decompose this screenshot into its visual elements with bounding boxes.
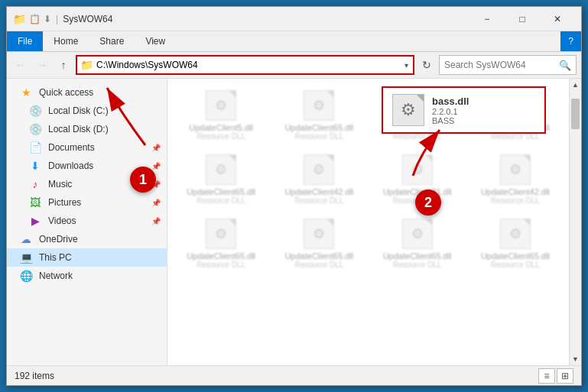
file-icon: ⚙ <box>206 219 236 249</box>
ribbon-tab-bar: File Home Share View ? <box>7 31 581 52</box>
scroll-thumb[interactable] <box>571 99 580 129</box>
file-icon: ⚙ <box>304 219 334 249</box>
address-folder-icon: 📁 <box>80 59 93 71</box>
file-icon: ⚙ <box>206 90 236 121</box>
file-item[interactable]: ⚙ UpdateClient65.dll Resource DLL <box>271 85 366 146</box>
sidebar-item-documents[interactable]: 📄 Documents 📌 <box>7 138 167 157</box>
sidebar-label-documents: Documents <box>48 142 95 153</box>
annotation-1: 1 <box>130 167 156 193</box>
sidebar-item-pictures[interactable]: 🖼 Pictures 📌 <box>7 193 167 212</box>
minimize-button[interactable]: − <box>469 7 505 31</box>
file-item[interactable]: ⚙ UpdateClient42.dll Resource DLL <box>271 149 366 210</box>
gear-icon: ⚙ <box>313 225 325 242</box>
pin-icon-downloads: 📌 <box>151 162 161 170</box>
window-controls: − □ ✕ <box>469 7 575 31</box>
file-desc: Resource DLL <box>491 261 540 269</box>
search-input[interactable] <box>444 60 559 70</box>
annotation-2-label: 2 <box>424 195 432 211</box>
file-item[interactable]: ⚙ UpdateClient5.dll Resource DLL <box>174 85 268 146</box>
scroll-up-arrow[interactable]: ▲ <box>570 79 582 91</box>
refresh-button[interactable]: ↻ <box>417 56 436 74</box>
file-item[interactable]: ⚙ UpdateClient65.dll Resource DLL <box>174 213 268 274</box>
pin-icon-documents: 📌 <box>151 144 161 152</box>
view-list-button[interactable]: ≡ <box>538 368 555 384</box>
file-item[interactable]: ⚙ UpdateClient65.dll Resource DLL <box>468 213 563 274</box>
tab-file[interactable]: File <box>7 31 43 51</box>
up-button[interactable]: ↑ <box>54 56 73 74</box>
file-item[interactable]: ⚙ UpdateClient65.dll Resource DLL <box>370 213 465 274</box>
sidebar-label-this-pc: This PC <box>39 252 72 263</box>
scroll-track[interactable] <box>570 91 581 353</box>
main-area: ★ Quick access 💿 Local Disk (C:) 💿 Local… <box>7 79 581 365</box>
file-icon: ⚙ <box>402 154 433 185</box>
file-item[interactable]: ⚙ UpdateClient42.dll Resource DLL <box>468 149 563 210</box>
sidebar-item-videos[interactable]: ▶ Videos 📌 <box>7 212 167 230</box>
view-buttons: ≡ ⊞ <box>538 368 573 384</box>
bass-dll-name: bass.dll <box>432 96 469 107</box>
address-input[interactable] <box>96 60 400 70</box>
file-name: UpdateClient42.dll <box>284 187 353 196</box>
sidebar-item-network[interactable]: 🌐 Network <box>7 267 167 285</box>
file-desc: Resource DLL <box>294 196 343 205</box>
sidebar-item-onedrive[interactable]: ☁ OneDrive <box>7 230 167 248</box>
pin-icon-videos: 📌 <box>151 217 161 225</box>
bass-dll-panel[interactable]: ⚙ bass.dll 2.2.0.1 BASS <box>382 86 546 134</box>
gear-icon: ⚙ <box>411 225 424 242</box>
file-item[interactable]: ⚙ UpdateClient65.dll Resource DLL <box>271 213 366 274</box>
back-button[interactable]: ← <box>11 56 30 74</box>
tab-share[interactable]: Share <box>89 31 135 51</box>
file-desc: Resource DLL <box>197 261 245 269</box>
onedrive-icon: ☁ <box>19 233 33 245</box>
sidebar-item-this-pc[interactable]: 💻 This PC <box>7 248 167 267</box>
sidebar-label-local-disk-d: Local Disk (D:) <box>48 124 109 134</box>
file-icon: ⚙ <box>500 219 531 249</box>
scroll-down-arrow[interactable]: ▼ <box>570 353 582 365</box>
tab-view[interactable]: View <box>135 31 176 51</box>
sidebar-item-quick-access[interactable]: ★ Quick access <box>7 83 167 102</box>
sidebar-label-videos: Videos <box>48 215 76 226</box>
file-area: ⚙ UpdateClient5.dll Resource DLL ⚙ Updat… <box>167 79 569 365</box>
file-icon: ⚙ <box>304 90 334 121</box>
file-name: UpdateClient5.dll <box>189 123 253 132</box>
maximize-button[interactable]: □ <box>505 7 540 31</box>
file-name: UpdateClient65.dll <box>187 187 255 196</box>
sidebar-item-local-disk-c[interactable]: 💿 Local Disk (C:) <box>7 102 167 120</box>
sidebar-label-music: Music <box>48 179 72 190</box>
sidebar-label-local-disk-c: Local Disk (C:) <box>48 105 109 116</box>
scrollbar: ▲ ▼ <box>569 79 581 365</box>
explorer-window: 📁 📋 ⬇ | SysWOW64 − □ ✕ File Home Share V… <box>6 6 582 386</box>
tab-home[interactable]: Home <box>43 31 89 51</box>
help-button[interactable]: ? <box>560 31 581 51</box>
gear-icon: ⚙ <box>509 225 521 242</box>
close-button[interactable]: ✕ <box>540 7 575 31</box>
search-box: 🔍 <box>439 55 577 75</box>
file-item[interactable]: ⚙ UpdateClient65.dll Resource DLL <box>174 149 268 210</box>
ribbon: File Home Share View ? <box>7 31 581 52</box>
gear-icon: ⚙ <box>215 161 227 178</box>
title-separator: | <box>56 14 58 24</box>
qat-icon-2: 📋 <box>29 14 41 24</box>
videos-icon: ▶ <box>28 215 42 227</box>
file-icon: ⚙ <box>304 154 334 185</box>
bass-dll-info: bass.dll 2.2.0.1 BASS <box>432 96 469 125</box>
sidebar: ★ Quick access 💿 Local Disk (C:) 💿 Local… <box>7 79 167 365</box>
qat-icon-1: 📁 <box>13 13 26 25</box>
bass-gear-icon: ⚙ <box>401 100 416 120</box>
sidebar-label-network: Network <box>39 271 73 281</box>
sidebar-label-quick-access: Quick access <box>39 87 93 98</box>
forward-button[interactable]: → <box>33 56 51 74</box>
sidebar-item-local-disk-d[interactable]: 💿 Local Disk (D:) <box>7 120 167 138</box>
address-bar: ← → ↑ 📁 ▾ ↻ 🔍 <box>7 52 581 79</box>
pictures-icon: 🖼 <box>28 196 42 209</box>
file-icon: ⚙ <box>206 154 236 185</box>
disk-c-icon: 💿 <box>28 105 42 117</box>
title-bar-icons: 📁 📋 ⬇ <box>13 13 51 25</box>
search-icon[interactable]: 🔍 <box>559 60 571 71</box>
view-grid-button[interactable]: ⊞ <box>557 368 573 384</box>
this-pc-icon: 💻 <box>19 251 33 264</box>
file-name: UpdateClient65.dll <box>481 251 550 261</box>
address-dropdown-icon[interactable]: ▾ <box>403 60 410 71</box>
gear-icon: ⚙ <box>313 161 325 178</box>
file-desc: Resource DLL <box>197 132 245 141</box>
gear-icon: ⚙ <box>313 97 325 114</box>
